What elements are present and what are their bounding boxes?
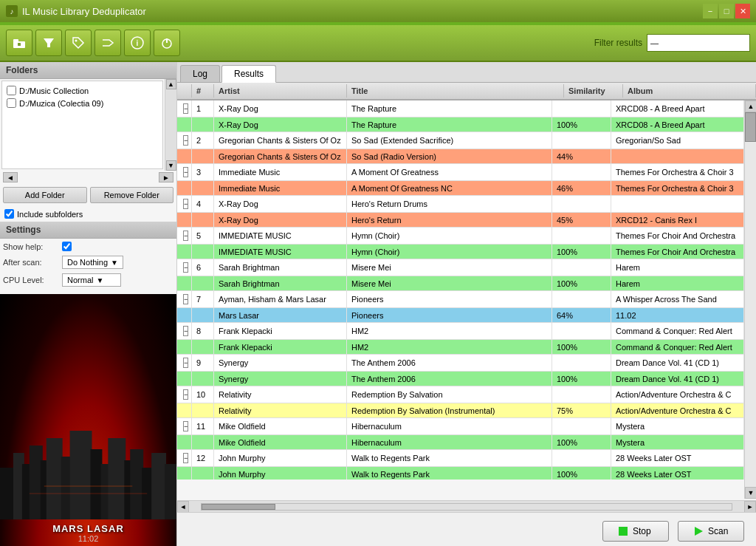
cpu-level-row: CPU Level: Normal ▼ bbox=[3, 273, 173, 287]
table-row[interactable]: −8Frank KlepackiHM2Command & Conquer: Re… bbox=[177, 323, 744, 340]
similarity-cell: 100% bbox=[552, 340, 611, 354]
expand-button[interactable]: − bbox=[183, 262, 188, 273]
table-row[interactable]: −6Sarah BrightmanMisere MeiHarem bbox=[177, 259, 744, 276]
table-row[interactable]: IMMEDIATE MUSICHymn (Choir)100%Themes Fo… bbox=[177, 245, 744, 259]
num-cell bbox=[192, 403, 214, 417]
table-row[interactable]: SynergyThe Anthem 2006100%Dream Dance Vo… bbox=[177, 372, 744, 386]
table-row[interactable]: −5IMMEDIATE MUSICHymn (Choir)Themes For … bbox=[177, 228, 744, 245]
vertical-scrollbar[interactable]: ▲ ▼ bbox=[744, 100, 756, 499]
table-row[interactable]: −4X-Ray DogHero's Return Drums bbox=[177, 196, 744, 213]
table-row[interactable]: Mike OldfieldHibernaculum100%Mystera bbox=[177, 435, 744, 450]
expand-button[interactable]: − bbox=[183, 326, 188, 336]
scroll-thumb[interactable] bbox=[745, 112, 756, 142]
h-scroll-right[interactable]: ► bbox=[744, 501, 756, 513]
minimize-button[interactable]: − bbox=[703, 4, 718, 18]
close-button[interactable]: ✕ bbox=[735, 4, 750, 18]
scroll-down-arrow[interactable]: ▼ bbox=[745, 487, 756, 499]
expand-button[interactable]: − bbox=[183, 167, 188, 177]
expand-button[interactable]: − bbox=[183, 358, 188, 368]
expand-cell[interactable]: − bbox=[177, 418, 192, 434]
table-row[interactable]: Gregorian Chants & Sisters Of OzSo Sad (… bbox=[177, 149, 744, 164]
stop-button[interactable]: Stop bbox=[602, 521, 669, 542]
title-cell: The Anthem 2006 bbox=[347, 372, 552, 386]
table-row[interactable]: Frank KlepackiHM2100%Command & Conquer: … bbox=[177, 340, 744, 355]
maximize-button[interactable]: □ bbox=[719, 4, 734, 18]
expand-cell[interactable]: − bbox=[177, 132, 192, 149]
folder-checkbox-1[interactable] bbox=[7, 86, 16, 95]
expand-cell[interactable]: − bbox=[177, 259, 192, 276]
shuffle-button[interactable] bbox=[94, 30, 121, 56]
num-cell bbox=[192, 340, 214, 354]
tab-results[interactable]: Results bbox=[221, 65, 276, 83]
table-row[interactable]: Sarah BrightmanMisere Mei100%Harem bbox=[177, 276, 744, 291]
table-row[interactable]: −9SynergyThe Anthem 2006Dream Dance Vol.… bbox=[177, 355, 744, 372]
show-help-checkbox[interactable] bbox=[62, 242, 72, 251]
artist-cell: IMMEDIATE MUSIC bbox=[214, 245, 347, 259]
expand-cell[interactable]: − bbox=[177, 355, 192, 371]
table-row[interactable]: X-Ray DogThe Rapture100%XRCD08 - A Breed… bbox=[177, 117, 744, 132]
folder-item-2[interactable]: D:/Muzica (Colectia 09) bbox=[5, 97, 159, 109]
after-scan-dropdown[interactable]: Do Nothing ▼ bbox=[62, 256, 123, 269]
expand-cell[interactable]: − bbox=[177, 100, 192, 117]
expand-button[interactable]: − bbox=[183, 231, 188, 241]
expand-button[interactable]: − bbox=[183, 199, 188, 209]
expand-button[interactable]: − bbox=[183, 453, 188, 463]
remove-folder-btn[interactable]: Remove Folder bbox=[90, 187, 174, 203]
expand-cell[interactable]: − bbox=[177, 228, 192, 244]
col-header-similarity: Similarity bbox=[564, 84, 623, 98]
expand-button[interactable]: − bbox=[183, 294, 188, 304]
expand-button[interactable]: − bbox=[183, 389, 188, 400]
table-row[interactable]: Mars LasarPioneers64%11.02 bbox=[177, 308, 744, 323]
expand-cell[interactable]: − bbox=[177, 291, 192, 307]
h-scroll-track[interactable] bbox=[201, 503, 732, 511]
tag-button[interactable] bbox=[65, 30, 92, 56]
include-subfolders-label: Include subfolders bbox=[17, 210, 83, 219]
expand-cell[interactable]: − bbox=[177, 164, 192, 180]
expand-button[interactable]: − bbox=[183, 135, 188, 146]
folder-label-2: D:/Muzica (Colectia 09) bbox=[19, 99, 103, 108]
expand-cell[interactable]: − bbox=[177, 323, 192, 339]
expand-button[interactable]: − bbox=[183, 103, 188, 114]
num-cell bbox=[192, 435, 214, 449]
expand-cell[interactable]: − bbox=[177, 196, 192, 212]
expand-button[interactable]: − bbox=[183, 421, 188, 431]
nav-right-arrow[interactable]: ► bbox=[159, 172, 173, 182]
filter-results-input[interactable] bbox=[647, 34, 750, 52]
table-row[interactable]: −2Gregorian Chants & Sisters Of OzSo Sad… bbox=[177, 132, 744, 149]
expand-cell[interactable]: − bbox=[177, 386, 192, 403]
add-folder-button[interactable] bbox=[6, 30, 32, 56]
add-folder-btn[interactable]: Add Folder bbox=[3, 187, 87, 203]
cpu-level-dropdown[interactable]: Normal ▼ bbox=[62, 273, 121, 287]
expand-cell[interactable]: − bbox=[177, 450, 192, 466]
table-row[interactable]: X-Ray DogHero's Return45%XRCD12 - Canis … bbox=[177, 213, 744, 228]
svg-marker-29 bbox=[695, 527, 703, 536]
folder-scroll-up[interactable]: ▲ bbox=[166, 79, 176, 89]
table-row[interactable]: Immediate MusicA Moment Of Greatness NC4… bbox=[177, 181, 744, 196]
table-row[interactable]: RelativityRedemption By Salvation (Instr… bbox=[177, 403, 744, 418]
table-row[interactable]: −10RelativityRedemption By SalvationActi… bbox=[177, 386, 744, 403]
app-icon: ♪ bbox=[6, 5, 18, 17]
title-cell: The Rapture bbox=[347, 117, 552, 132]
table-row[interactable]: John MurphyWalk to Regents Park100%28 We… bbox=[177, 467, 744, 480]
folder-item-1[interactable]: D:/Music Collection bbox=[5, 84, 159, 97]
scroll-up-arrow[interactable]: ▲ bbox=[745, 100, 756, 112]
table-row[interactable]: −7Ayman, Hisham & Mars LasarPioneersA Wh… bbox=[177, 291, 744, 308]
table-row[interactable]: −11Mike OldfieldHibernaculumMystera bbox=[177, 418, 744, 435]
artist-cell: Relativity bbox=[214, 403, 347, 417]
filter-button[interactable] bbox=[35, 30, 62, 56]
folder-scroll-down[interactable]: ▼ bbox=[166, 160, 176, 171]
h-scroll-left[interactable]: ◄ bbox=[177, 501, 189, 513]
tab-log[interactable]: Log bbox=[180, 65, 220, 82]
table-row[interactable]: −12John MurphyWalk to Regents Park28 Wee… bbox=[177, 450, 744, 467]
power-button[interactable] bbox=[154, 30, 180, 56]
table-row[interactable]: −1X-Ray DogThe RaptureXRCD08 - A Breed A… bbox=[177, 100, 744, 117]
table-row[interactable]: −3Immediate MusicA Moment Of GreatnessTh… bbox=[177, 164, 744, 181]
nav-left-arrow[interactable]: ◄ bbox=[3, 172, 18, 182]
horizontal-scrollbar[interactable]: ◄ ► bbox=[177, 500, 756, 512]
info-button[interactable]: i bbox=[124, 30, 151, 56]
include-subfolders-checkbox[interactable] bbox=[4, 209, 14, 219]
folder-checkbox-2[interactable] bbox=[7, 98, 16, 108]
scroll-track[interactable] bbox=[745, 112, 756, 487]
scan-button[interactable]: Scan bbox=[678, 521, 744, 542]
h-scroll-thumb[interactable] bbox=[202, 504, 275, 510]
